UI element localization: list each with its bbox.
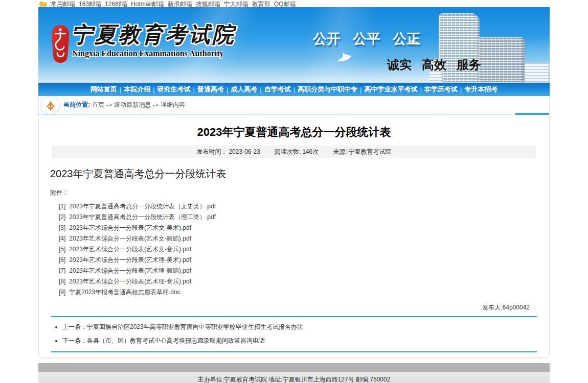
topbar-link[interactable]: 163邮箱 <box>79 0 101 7</box>
nav-item-self-study[interactable]: 自学考试 <box>262 85 293 94</box>
content-box: 当前位置: 首页 -> 滚动最新消息 -> 详细内容 2023年宁夏普通高考总分… <box>38 96 550 358</box>
footer-top-strip <box>38 363 550 372</box>
topbar-link[interactable]: 常用邮箱 <box>51 0 75 7</box>
attachment-name[interactable]: 2023年艺术综合分一分段表(艺术文-美术).pdf <box>69 224 191 231</box>
attachment-index: [3] <box>59 224 65 231</box>
seal-logo-icon <box>51 25 70 63</box>
slogan-word: 高效 <box>422 57 446 73</box>
divider <box>51 316 537 317</box>
breadcrumb-home[interactable]: 首页 <box>92 101 104 109</box>
prev-label: 上一条： <box>62 323 87 330</box>
article-title: 2023年宁夏普通高考总分一分段统计表 <box>50 125 538 140</box>
slogan-word: 公正 <box>393 30 420 48</box>
attachment-name[interactable]: 2023年艺术综合分一分段表(艺术理-舞蹈).pdf <box>69 267 191 274</box>
source-label: 来源: <box>333 148 347 155</box>
prev-article: 上一条：宁夏回族自治区2023年高等职业教育面向中等职业学校毕业生招生考试报名办… <box>62 323 538 331</box>
breadcrumb-separator: -> <box>106 102 112 109</box>
attachment-link[interactable]: [5]2023年艺术综合分一分段表(艺术文-音乐).pdf <box>59 246 538 252</box>
prev-article-link[interactable]: 宁夏回族自治区2023年高等职业教育面向中等职业学校毕业生招生考试报名办法 <box>87 323 303 330</box>
attachment-name[interactable]: 宁夏2023年报考普通高校志愿表草样.doc <box>69 289 180 296</box>
slogan-word: 公平 <box>353 30 380 48</box>
next-article: 下一条：各县（市、区）教育考试中心高考填报志愿录取期间政策咨询电话 <box>62 337 538 345</box>
attachment-name[interactable]: 2023年宁夏普通高考总分一分段统计表（文史类）.pdf <box>69 203 216 210</box>
attachment-index: [8] <box>59 278 65 285</box>
publisher: 发布人:64p00042 <box>50 303 530 312</box>
prev-next-list: 上一条：宁夏回族自治区2023年高等职业教育面向中等职业学校毕业生招生考试报名办… <box>54 323 538 345</box>
nav-item-vocational[interactable]: 高职分类与中职中专 <box>295 85 360 94</box>
nav-item-home[interactable]: 网站首页 <box>88 85 120 94</box>
topbar-link[interactable]: 126邮箱 <box>105 0 127 7</box>
nav-item-graduate-exam[interactable]: 研究生考试 <box>155 85 193 94</box>
attachment-name[interactable]: 2023年艺术综合分一分段表(艺术理-音乐).pdf <box>69 278 191 285</box>
article-subtitle: 2023年宁夏普通高考总分一分段统计表 <box>50 167 538 181</box>
attachment-link[interactable]: [2]2023年宁夏普通高考总分一分段统计表（理工类）.pdf <box>59 214 538 220</box>
breadcrumb-label: 当前位置: <box>63 101 90 109</box>
nav-item-gaokao[interactable]: 普通高考 <box>195 85 227 94</box>
attachments-label: 附件： <box>50 188 538 197</box>
topbar-link[interactable]: 搜狐邮箱 <box>196 0 220 7</box>
view-count-value: 146次 <box>302 148 319 155</box>
attachment-link[interactable]: [8]2023年艺术综合分一分段表(艺术理-音乐).pdf <box>59 278 538 284</box>
breadcrumb-separator: -> <box>153 102 159 109</box>
nav-item-about[interactable]: 本院介绍 <box>121 85 153 94</box>
topbar-link[interactable]: 宁大邮箱 <box>224 0 248 7</box>
divider <box>51 351 537 352</box>
attachment-link[interactable]: [3]2023年艺术综合分一分段表(艺术文-美术).pdf <box>59 225 538 231</box>
publish-time-value: 2023-06-23 <box>229 148 260 155</box>
attachment-link[interactable]: [9]宁夏2023年报考普通高校志愿表草样.doc <box>59 289 538 295</box>
publish-time: 发布时间：2023-06-23 <box>196 148 260 156</box>
slogan-word: 诚实 <box>387 57 412 73</box>
article-meta-bar: 发布时间：2023-06-23 阅读次数:146次 来源:宁夏教育考试院 <box>52 146 536 158</box>
view-count-label: 阅读次数: <box>275 148 301 155</box>
breadcrumb-detail: 详细内容 <box>161 101 185 109</box>
org-name-cn: 宁夏教育考试院 <box>71 20 236 49</box>
source: 来源:宁夏教育考试院 <box>333 148 391 156</box>
attachment-link[interactable]: [7]2023年艺术综合分一分段表(艺术理-舞蹈).pdf <box>59 268 538 274</box>
attachment-index: [1] <box>59 203 65 210</box>
topbar-link[interactable]: QQ邮箱 <box>274 0 296 7</box>
nav-item-academic-level[interactable]: 高中学业水平考试 <box>361 85 420 94</box>
slogan-bottom: 诚实 高效 服务 <box>387 57 481 73</box>
slogan-word: 服务 <box>457 57 481 73</box>
footer: 主办单位:宁夏教育考试院 地址:宁夏银川市上海西路127号 邮编:750002 … <box>38 372 550 383</box>
topbar-link[interactable]: 新浪邮箱 <box>168 0 192 7</box>
attachment-index: [4] <box>59 235 65 242</box>
attachment-index: [2] <box>59 213 65 221</box>
building-graphic <box>479 37 525 82</box>
mail-folder-icon <box>39 1 47 7</box>
breadcrumb-news[interactable]: 滚动最新消息 <box>114 101 151 109</box>
main-nav: 网站首页 | 本院介绍 | 研究生考试 | 普通高考 | 成人高考 | 自学考试… <box>38 82 550 96</box>
breadcrumb-arrow-icon <box>41 97 59 114</box>
attachment-link[interactable]: [6]2023年艺术综合分一分段表(艺术理-美术).pdf <box>59 257 538 263</box>
attachment-index: [5] <box>59 246 65 253</box>
nav-item-non-academic[interactable]: 非学历考试 <box>422 85 460 94</box>
dove-icon <box>336 49 353 65</box>
next-label: 下一条： <box>62 337 87 344</box>
attachment-name[interactable]: 2023年宁夏普通高考总分一分段统计表（理工类）.pdf <box>69 213 216 221</box>
nav-item-upgrade[interactable]: 专升本招考 <box>462 85 500 94</box>
site-banner: 宁夏教育考试院 Ningxia Education Examinations A… <box>38 7 550 82</box>
attachment-name[interactable]: 2023年艺术综合分一分段表(艺术理-美术).pdf <box>69 256 191 264</box>
attachment-index: [9] <box>59 289 65 296</box>
attachment-link[interactable]: [1]2023年宁夏普通高考总分一分段统计表（文史类）.pdf <box>59 203 538 209</box>
top-mail-bar: 常用邮箱 163邮箱 126邮箱 Hotmail邮箱 新浪邮箱 搜狐邮箱 宁大邮… <box>38 0 550 7</box>
attachment-link[interactable]: [4]2023年艺术综合分一分段表(艺术文-舞蹈).pdf <box>59 235 538 242</box>
footer-host-line: 主办单位:宁夏教育考试院 地址:宁夏银川市上海西路127号 邮编:750002 <box>38 375 550 383</box>
attachment-name[interactable]: 2023年艺术综合分一分段表(艺术文-音乐).pdf <box>69 246 191 253</box>
attachment-name[interactable]: 2023年艺术综合分一分段表(艺术文-舞蹈).pdf <box>69 235 191 242</box>
breadcrumb-accent-bar <box>515 113 549 115</box>
publish-time-label: 发布时间： <box>196 148 227 155</box>
nav-item-adult-exam[interactable]: 成人高考 <box>228 85 260 94</box>
next-article-link[interactable]: 各县（市、区）教育考试中心高考填报志愿录取期间政策咨询电话 <box>87 337 265 344</box>
slogan-word: 公开 <box>313 30 341 48</box>
article: 2023年宁夏普通高考总分一分段统计表 发布时间：2023-06-23 阅读次数… <box>39 125 549 352</box>
topbar-link[interactable]: 教育部 <box>252 0 270 7</box>
org-name-en: Ningxia Education Examinations Authority <box>72 49 224 58</box>
attachment-index: [6] <box>59 256 65 264</box>
topbar-link[interactable]: Hotmail邮箱 <box>131 0 164 7</box>
slogan-top: 公开 公平 公正 <box>313 30 420 48</box>
attachment-index: [7] <box>59 267 65 274</box>
breadcrumb: 当前位置: 首页 -> 滚动最新消息 -> 详细内容 <box>39 96 549 115</box>
source-value: 宁夏教育考试院 <box>349 148 392 155</box>
building-graphic <box>525 63 550 82</box>
